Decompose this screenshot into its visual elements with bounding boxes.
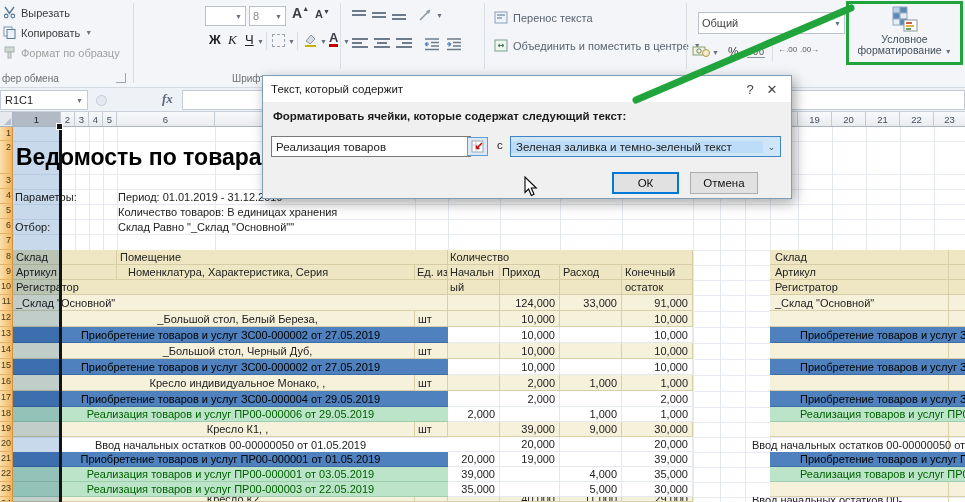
align-right-button[interactable] <box>396 38 412 50</box>
register-row[interactable]: Реализация товаров и услуг ПР00-000003 о… <box>13 482 448 497</box>
header-ostatok[interactable]: остаток <box>622 280 693 295</box>
number-format-combo[interactable]: Общий▼ <box>698 12 845 34</box>
value-cell-kon[interactable]: 2,000 <box>622 391 693 407</box>
font-color-dropdown-arrow[interactable]: ▼ <box>343 38 350 45</box>
ok-button[interactable]: ОК <box>612 172 679 194</box>
value-cell-kon[interactable]: 30,000 <box>622 482 693 497</box>
unit-cell[interactable]: шт <box>415 422 448 437</box>
copy-button[interactable]: Копировать ▼ <box>3 26 92 39</box>
formula-bar-handle[interactable] <box>96 95 107 106</box>
right-register-cell[interactable]: Приобретение товаров и услуг ЗС00-000002… <box>770 359 965 375</box>
accounting-format-button[interactable] <box>692 44 710 60</box>
value-cell-rash[interactable] <box>560 437 622 452</box>
value-cell-kon[interactable]: 10,000 <box>622 359 693 375</box>
register-row[interactable]: Приобретение товаров и услуг ЗС00-000002… <box>13 327 448 343</box>
value-cell-nach[interactable]: 2,000 <box>448 407 500 422</box>
copy-dropdown-arrow[interactable]: ▼ <box>85 29 92 36</box>
value-cell-prih[interactable]: 39,000 <box>500 422 560 437</box>
name-box[interactable]: R1C1▼ <box>0 90 88 110</box>
bold-button[interactable]: Ж <box>209 32 221 47</box>
column-header-5[interactable]: 5 <box>103 112 117 127</box>
header-konechny[interactable]: Конечный <box>622 265 693 280</box>
row-header-23[interactable]: 23 <box>0 482 13 497</box>
unit-cell[interactable]: шт <box>415 311 448 327</box>
register-row[interactable]: Реализация товаров и услуг ПР00-000001 о… <box>13 467 448 482</box>
value-cell-prih[interactable]: 20,000 <box>500 437 560 452</box>
value-cell-rash[interactable]: 1,000 <box>560 407 622 422</box>
value-cell-prih[interactable]: 124,000 <box>500 295 560 311</box>
row-header-12[interactable]: 12 <box>0 311 13 327</box>
right-cell[interactable] <box>770 311 965 327</box>
register-row[interactable]: Приобретение товаров и услуг ПР00-000001… <box>13 452 448 467</box>
value-cell-nach[interactable] <box>448 375 500 391</box>
value-cell-prih[interactable]: 2,000 <box>500 375 560 391</box>
decrease-decimal-button[interactable]: .00→ <box>800 45 819 54</box>
header-prihod[interactable]: Приход <box>500 265 560 280</box>
row-header-5[interactable]: 5 <box>0 204 13 219</box>
value-cell-rash[interactable]: 11,000 <box>560 497 622 502</box>
borders-button[interactable] <box>272 34 285 47</box>
table-row-item[interactable]: Кресло К2, , <box>13 497 415 502</box>
row-header-6[interactable]: 6 <box>0 219 13 234</box>
value-cell-prih[interactable]: 10,000 <box>500 343 560 359</box>
percent-style-button[interactable]: % <box>728 45 739 59</box>
header-empty[interactable] <box>560 280 622 295</box>
value-cell-nach[interactable]: 20,000 <box>448 452 500 467</box>
value-cell-nach[interactable] <box>448 497 500 502</box>
value-cell-nach[interactable] <box>448 343 500 359</box>
right-cell[interactable] <box>770 482 965 497</box>
row-header-10[interactable]: 10 <box>0 280 13 295</box>
value-cell-rash[interactable]: 5,000 <box>560 482 622 497</box>
increase-decimal-button[interactable]: ←.00 <box>778 45 797 54</box>
value-cell-rash[interactable] <box>560 452 622 467</box>
row-header-1[interactable]: 1 <box>0 127 13 141</box>
row-header-7[interactable]: 7 <box>0 234 13 250</box>
row-header-19[interactable]: 19 <box>0 422 13 437</box>
row-header-4[interactable]: 4 <box>0 189 13 204</box>
value-cell-prih[interactable] <box>500 482 560 497</box>
row-header-20[interactable]: 20 <box>0 437 13 452</box>
register-row[interactable]: Приобретение товаров и услуг ЗС00-000002… <box>13 359 448 375</box>
value-cell-prih[interactable]: 10,000 <box>500 327 560 343</box>
value-cell-kon[interactable]: 39,000 <box>622 452 693 467</box>
column-header-19[interactable]: 19 <box>798 112 832 127</box>
align-top-button[interactable] <box>352 10 366 18</box>
row-header-21[interactable]: 21 <box>0 452 13 467</box>
fill-color-button[interactable] <box>303 33 318 49</box>
column-header-20[interactable]: 20 <box>832 112 866 127</box>
header-nachalny[interactable]: Начальн <box>448 265 500 280</box>
row-header-15[interactable]: 15 <box>0 359 13 375</box>
value-cell-kon[interactable]: 20,000 <box>622 437 693 452</box>
value-cell-prih[interactable]: 19,000 <box>500 452 560 467</box>
fill-handle[interactable] <box>56 123 63 130</box>
right-register-cell[interactable]: Приобретение товаров и услуг ЗС00-000002… <box>770 327 965 343</box>
header-registrator[interactable]: Регистратор <box>13 280 448 295</box>
register-row[interactable]: Приобретение товаров и услуг ЗС00-000004… <box>13 391 448 407</box>
column-header-22[interactable]: 22 <box>900 112 934 127</box>
register-row[interactable]: Ввод начальных остатков 00-00000050 от 0… <box>13 437 448 452</box>
value-cell-prih[interactable] <box>500 467 560 482</box>
column-header-4[interactable]: 4 <box>89 112 103 127</box>
insert-function-button[interactable]: fx <box>162 91 173 107</box>
value-cell-rash[interactable]: 4,000 <box>560 467 622 482</box>
row-header-17[interactable]: 17 <box>0 391 13 407</box>
header-rashod[interactable]: Расход <box>560 265 622 280</box>
fill-dropdown-arrow[interactable]: ▼ <box>320 38 327 45</box>
unit-cell[interactable] <box>415 497 448 502</box>
value-cell-nach[interactable] <box>448 422 500 437</box>
format-style-select[interactable]: Зеленая заливка и темно-зеленый текст ⌄ <box>510 136 781 157</box>
merge-center-button[interactable]: Объединить и поместить в центре ▼ <box>494 39 701 52</box>
header-kolichestvo[interactable]: Количество <box>448 250 693 265</box>
header-ed-izm[interactable]: Ед. изм. <box>415 265 448 280</box>
column-header-23[interactable]: 23 <box>934 112 965 127</box>
align-left-button[interactable] <box>352 38 368 50</box>
right-cell[interactable] <box>770 375 965 391</box>
text-input[interactable]: Реализация товаров <box>271 136 471 157</box>
column-header-1[interactable]: 1 <box>13 112 61 127</box>
right-register-cell[interactable]: Ввод начальных остатков 00- <box>752 497 965 502</box>
row-header-9[interactable]: 9 <box>0 265 13 280</box>
row-header-24[interactable]: 24 <box>0 497 13 502</box>
value-cell-kon[interactable]: 10,000 <box>622 311 693 327</box>
value-cell-nach[interactable] <box>448 311 500 327</box>
column-header-3[interactable]: 3 <box>75 112 89 127</box>
